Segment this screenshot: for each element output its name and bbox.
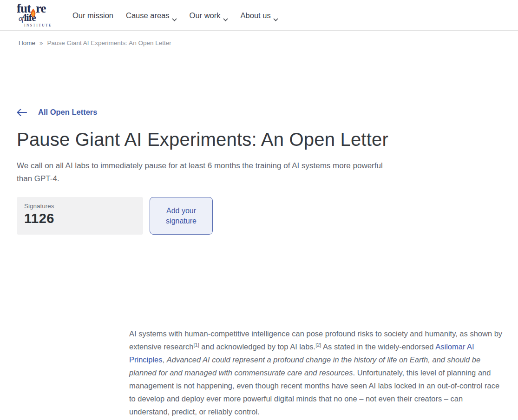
fli-logo[interactable]: futre oflife INSTITUTE [17,2,53,27]
add-signature-button[interactable]: Add your signature [150,197,213,235]
flame-icon [31,7,36,17]
main-nav: Our mission Cause areas Our work About u… [72,11,278,20]
signature-row: Signatures 1126 Add your signature [17,197,398,235]
all-open-letters-link[interactable]: All Open Letters [38,108,97,117]
signatures-count: 1126 [24,211,136,226]
nav-item-our-work[interactable]: Our work [190,11,228,20]
footnote-ref[interactable]: [1] [194,342,199,348]
nav-label: About us [241,11,271,20]
back-link-row[interactable]: All Open Letters [17,108,398,117]
letter-paragraph: AI systems with human-competitive intell… [129,327,504,418]
signatures-label: Signatures [24,203,136,210]
site-header: futre oflife INSTITUTE Our mission Cause… [0,0,518,31]
nav-label: Our work [190,11,221,20]
chevron-down-icon [273,14,278,18]
logo-text: of [19,14,23,22]
logo-text: re [36,2,46,15]
signatures-card: Signatures 1126 [17,197,143,235]
chevron-down-icon [172,14,177,18]
breadcrumb-current: Pause Giant AI Experiments: An Open Lett… [47,39,171,46]
paragraph-text: As stated in the widely-endorsed [321,342,435,351]
nav-item-our-mission[interactable]: Our mission [72,11,113,20]
breadcrumb: Home » Pause Giant AI Experiments: An Op… [0,31,518,46]
open-letter-body: AI systems with human-competitive intell… [129,327,504,418]
paragraph-text: and acknowledged by top AI labs. [199,342,315,351]
breadcrumb-home-link[interactable]: Home [19,39,35,46]
paragraph-text: , [163,355,167,364]
nav-item-about-us[interactable]: About us [241,11,278,20]
chevron-down-icon [223,14,228,18]
footnote-ref[interactable]: [2] [315,342,321,348]
left-arrow-icon[interactable] [17,109,27,116]
nav-label: Our mission [72,11,113,20]
nav-label: Cause areas [126,11,170,20]
nav-item-cause-areas[interactable]: Cause areas [126,11,177,20]
main-content: All Open Letters Pause Giant AI Experime… [17,108,398,235]
logo-word-institute: INSTITUTE [24,24,53,27]
breadcrumb-separator: » [39,39,43,46]
page-subtitle: We call on all AI labs to immediately pa… [17,159,388,185]
page-title: Pause Giant AI Experiments: An Open Lett… [17,128,388,151]
